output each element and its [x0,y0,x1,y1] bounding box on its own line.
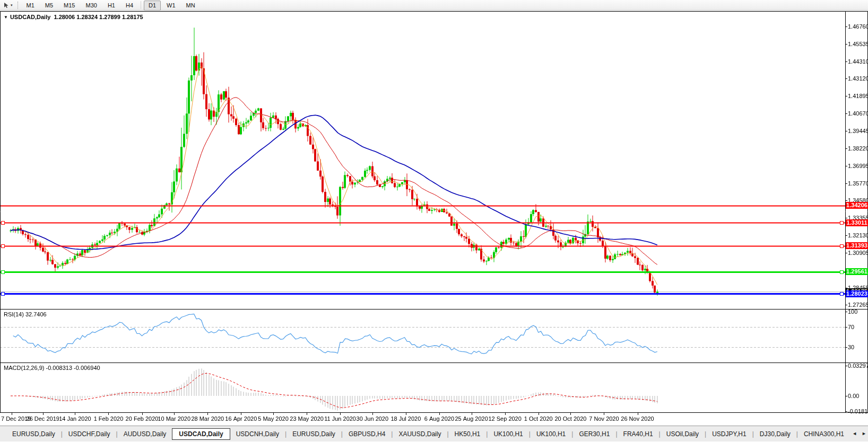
rsi-indicator-label: RSI(14) 32.7406 [4,311,47,317]
hline-price-tag: 1.28023 [846,290,868,297]
tab-scroll-right-icon[interactable]: ► [862,431,866,436]
timeframe-button-h1[interactable]: H1 [103,1,120,11]
timeframe-group: M1M5M15M30H1H4 [21,0,139,11]
timeframe-button-m15[interactable]: M15 [59,1,80,11]
hline-price-tag: 1.31393 [846,242,868,249]
timeframe-button-m5[interactable]: M5 [40,1,58,11]
chart-tab-usdchf-daily[interactable]: USDCHF,Daily [63,429,116,439]
chart-tab-eurusd-daily[interactable]: EURUSD,Daily [6,429,61,439]
timeframe-group: D1W1MN [143,0,201,11]
chart-tab-audusd-daily[interactable]: AUDUSD,Daily [118,429,172,439]
tab-scroll-left-icon[interactable]: ◄ [852,431,857,436]
chart-tab-china300-h1[interactable]: CHINA300,H1 [798,429,850,439]
chart-tab-usdjpy-h1[interactable]: USDJPY,H1 [706,429,752,439]
collapse-icon[interactable]: ▼ [4,15,8,20]
chart-symbol: USDCAD,Daily [10,14,50,20]
timeframe-button-h4[interactable]: H4 [121,1,138,11]
chart-tab-bar: EURUSD,Daily|USDCHF,Daily|AUDUSD,DailyUS… [0,426,868,441]
chart-tab-fra40-h1[interactable]: FRA40,H1 [618,429,659,439]
hline-price-tag: 1.29561 [846,268,868,275]
timeframe-button-d1[interactable]: D1 [144,1,161,11]
chart-tab-usdcnh-daily[interactable]: USDCNH,Daily [230,429,285,439]
cursor-tool-icon[interactable] [2,1,11,10]
hline-price-tag: 1.33011 [846,219,868,226]
chart-tab-usdcad-daily[interactable]: USDCAD,Daily [172,428,230,440]
price-chart-canvas[interactable] [0,11,868,426]
timeframe-button-m1[interactable]: M1 [22,1,39,11]
chart-tab-dj30-daily[interactable]: DJ30,Daily [754,429,796,439]
chart-tab-gbpusd-h4[interactable]: GBPUSD,H4 [343,429,391,439]
chart-tab-ger30-h1[interactable]: GER30,H1 [573,429,615,439]
timeframe-toolbar: ▾ M1M5M15M30H1H4 D1W1MN [0,0,868,11]
toolbar-grip[interactable] [18,2,18,9]
hline-price-tag: 1.34206 [846,202,868,209]
chart-tab-eurusd-daily[interactable]: EURUSD,Daily [287,429,341,439]
chart-tab-uk100-h1[interactable]: UK100,H1 [531,429,571,439]
chart-tab-hk50-h1[interactable]: HK50,H1 [449,429,487,439]
chart-tab-uk100-h1[interactable]: UK100,H1 [488,429,528,439]
tool-dropdown-caret[interactable]: ▾ [11,3,13,7]
chart-ohlc-values: 1.28006 1.28324 1.27899 1.28175 [54,14,143,20]
timeframe-button-w1[interactable]: W1 [162,1,180,11]
chart-tab-usoil-daily[interactable]: USOil,Daily [661,429,705,439]
timeframe-button-mn[interactable]: MN [181,1,200,11]
chart-title: ▼USDCAD,Daily 1.28006 1.28324 1.27899 1.… [4,14,143,20]
chart-tabs: EURUSD,Daily|USDCHF,Daily|AUDUSD,DailyUS… [6,428,850,440]
macd-indicator-label: MACD(12,26,9) -0.008313 -0.006940 [4,365,100,371]
chart-window: ▼USDCAD,Daily 1.28006 1.28324 1.27899 1.… [0,11,868,426]
timeframe-button-m30[interactable]: M30 [81,1,101,11]
chart-tab-xauusd-daily[interactable]: XAUUSD,Daily [393,429,447,439]
toolbar-separator [141,1,141,9]
